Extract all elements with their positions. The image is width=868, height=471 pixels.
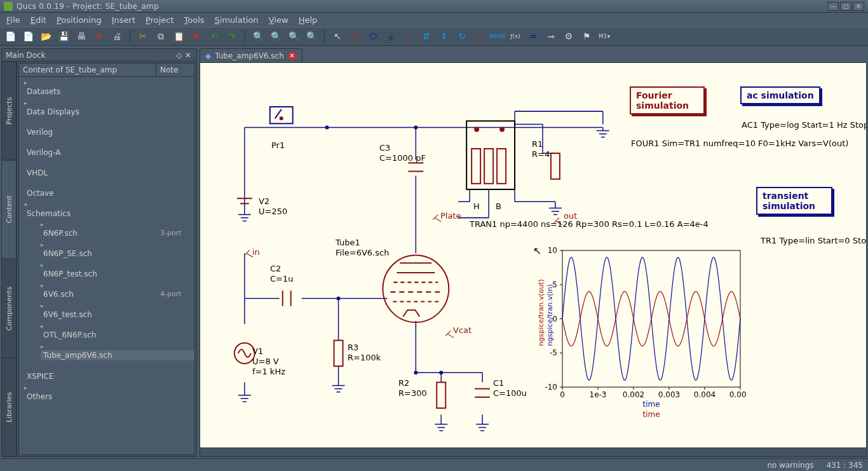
open-icon[interactable]: 📂 (39, 30, 52, 43)
tree-item[interactable]: Datasets (19, 77, 194, 97)
print-icon[interactable]: 🖨 (111, 30, 123, 43)
menu-positioning[interactable]: Positioning (53, 15, 105, 25)
tree-item[interactable]: Others (19, 382, 194, 402)
r1-name: R1 (532, 139, 543, 149)
paste-icon[interactable]: 📋 (172, 30, 185, 43)
waveform-plot[interactable]: -10-5051001e-30.0020.0030.0040.005ngspic… (531, 244, 747, 422)
gear-icon[interactable]: ⚙ (562, 30, 575, 43)
flag-icon[interactable]: ⚑ (580, 30, 593, 43)
in-label: in (252, 247, 260, 257)
name-icon[interactable]: NAME (491, 30, 504, 43)
cut-icon[interactable]: ✂ (137, 30, 149, 43)
tree-item[interactable]: 6N6P.sch3-port (36, 219, 194, 239)
tree-item[interactable]: 6V6_test.sch (36, 300, 194, 320)
menu-view[interactable]: View (265, 15, 292, 25)
editor-scrollbar[interactable] (200, 448, 867, 457)
svg-point-83 (475, 128, 478, 132)
dock-title: Main Dock (6, 51, 46, 60)
tree-item[interactable]: OTL_6N6P.sch (36, 320, 194, 341)
svg-rect-72 (551, 153, 560, 179)
tree-item[interactable]: Data Displays (19, 97, 194, 118)
tree-item[interactable]: Octave (19, 179, 194, 199)
new-file-icon[interactable]: 📄 (4, 30, 17, 43)
menu-file[interactable]: File (3, 15, 24, 25)
eqn-icon[interactable]: ƒ(x) (509, 30, 522, 43)
tree-item[interactable]: XSPICE (19, 362, 194, 382)
save-icon[interactable]: 💾 (57, 30, 70, 43)
tube-name: Tube1 (336, 238, 360, 248)
tree-item[interactable]: 6N6P_SE.sch (36, 239, 194, 259)
copy-icon[interactable]: ⧉ (154, 30, 167, 43)
line-tool-icon[interactable]: ╱ (473, 30, 486, 43)
menu-bar: FileEditPositioningInsertProjectToolsSim… (0, 13, 868, 27)
v1-v1: U=8 V (252, 357, 279, 367)
window-title: Qucs 0.0.19 - Project: SE_tube_amp (17, 2, 826, 11)
delete-icon[interactable]: ✖ (190, 30, 203, 43)
select-icon[interactable]: ↖ (331, 30, 344, 43)
dock-float-icon[interactable]: ◇ (175, 51, 184, 60)
svg-point-73 (383, 256, 449, 323)
redo-icon[interactable]: ↷ (226, 30, 238, 43)
v2-val: U=250 (259, 207, 287, 217)
close-button[interactable]: ✕ (853, 2, 864, 11)
h-label: H (473, 201, 480, 212)
fourier-sim-box[interactable]: Fourier simulation (630, 86, 705, 114)
key-icon[interactable]: ⊸ (545, 30, 557, 43)
tree-item[interactable]: Verilog-A (19, 138, 194, 158)
mirror-h-icon[interactable]: ⇕ (438, 30, 451, 43)
menu-insert[interactable]: Insert (108, 15, 139, 25)
tree-item[interactable]: Verilog (19, 118, 194, 138)
tab-tube-amp[interactable]: ◆ Tube_amp6V6.sch ✕ (200, 48, 302, 62)
fourier-params: FOUR1 Sim=TR1 numfreq=10 F0=1kHz Vars=V(… (631, 139, 848, 149)
c2-name: C2 (270, 264, 281, 274)
project-tree[interactable]: Content of SE_tube_amp Note DatasetsData… (18, 63, 195, 455)
zoom-reset-icon[interactable]: 🔍 (305, 30, 318, 43)
rotate-icon[interactable]: ↻ (456, 30, 468, 43)
side-tab-components[interactable]: Components (2, 259, 17, 358)
ac-sim-box[interactable]: ac simulation (740, 86, 820, 104)
plate-label: Plate (440, 211, 461, 221)
resistor-icon[interactable]: ⏛ (402, 30, 415, 43)
zoom-out-icon[interactable]: 🔍 (269, 30, 282, 43)
zoom-in-icon[interactable]: 🔍 (252, 30, 264, 43)
tree-item[interactable]: 6V6.sch4-port (36, 280, 194, 300)
svg-text:time: time (642, 410, 660, 419)
undo-icon[interactable]: ↶ (208, 30, 220, 43)
tree-item[interactable]: 6N6P_test.sch (36, 259, 194, 280)
tree-item[interactable]: VHDL (19, 158, 194, 179)
ground-icon[interactable]: ⏚ (384, 30, 397, 43)
wire-icon[interactable]: ⎔ (349, 30, 362, 43)
menu-simulation[interactable]: Simulation (211, 15, 262, 25)
tree-item[interactable]: Schematics6N6P.sch3-port6N6P_SE.sch6N6P_… (19, 199, 194, 362)
mirror-v-icon[interactable]: ⇵ (420, 30, 433, 43)
zoom-fit-icon[interactable]: 🔍 (287, 30, 300, 43)
side-tab-libraries[interactable]: Libraries (2, 358, 17, 456)
svg-point-28 (325, 125, 329, 129)
new-text-icon[interactable]: 📄 (22, 30, 34, 43)
svg-point-31 (414, 371, 417, 374)
menu-tools[interactable]: Tools (180, 15, 208, 25)
c1-name: C1 (493, 378, 504, 388)
port-icon[interactable]: ⎔ (367, 30, 379, 43)
svg-rect-70 (334, 340, 343, 366)
tree-item[interactable]: Tube_amp6V6.sch (36, 341, 194, 361)
maximize-button[interactable]: ▢ (840, 2, 851, 11)
side-tab-content[interactable]: Content (2, 160, 17, 259)
svg-rect-81 (484, 149, 493, 184)
tab-close-icon[interactable]: ✕ (288, 51, 297, 60)
minimize-button[interactable]: — (827, 2, 839, 11)
svg-rect-79 (466, 121, 515, 189)
menu-help[interactable]: Help (295, 15, 322, 25)
close-x-icon[interactable]: ⊗ (93, 30, 105, 43)
marker-icon[interactable]: M1▾ (598, 30, 611, 43)
menu-project[interactable]: Project (142, 15, 178, 25)
save-all-icon[interactable]: 🖶 (75, 30, 88, 43)
svg-text:time: time (642, 400, 660, 409)
svg-text:ngspice/tran.v(out): ngspice/tran.v(out) (537, 279, 545, 346)
schematic-canvas[interactable]: Pr1 V2 U=250 in C2 C=1u V1 U=8 V f=1 kHz… (200, 62, 867, 448)
side-tab-projects[interactable]: Projects (2, 62, 17, 160)
tran-sim-box[interactable]: transient simulation (756, 187, 832, 215)
menu-edit[interactable]: Edit (27, 15, 50, 25)
dock-close-icon[interactable]: ✕ (184, 51, 193, 60)
equals-icon[interactable]: = (527, 30, 539, 43)
